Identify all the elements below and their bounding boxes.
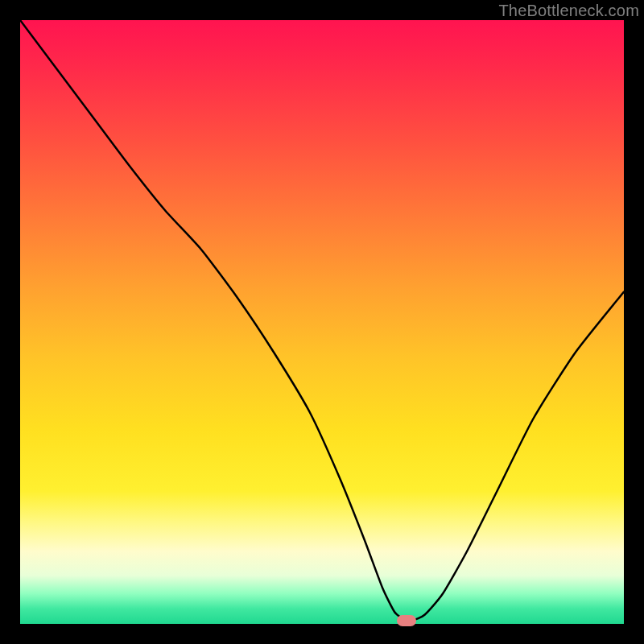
chart-frame: TheBottleneck.com (0, 0, 644, 644)
watermark-text: TheBottleneck.com (498, 2, 639, 20)
plot-area (20, 20, 624, 624)
bottleneck-curve (20, 20, 624, 624)
optimal-marker (397, 615, 416, 626)
